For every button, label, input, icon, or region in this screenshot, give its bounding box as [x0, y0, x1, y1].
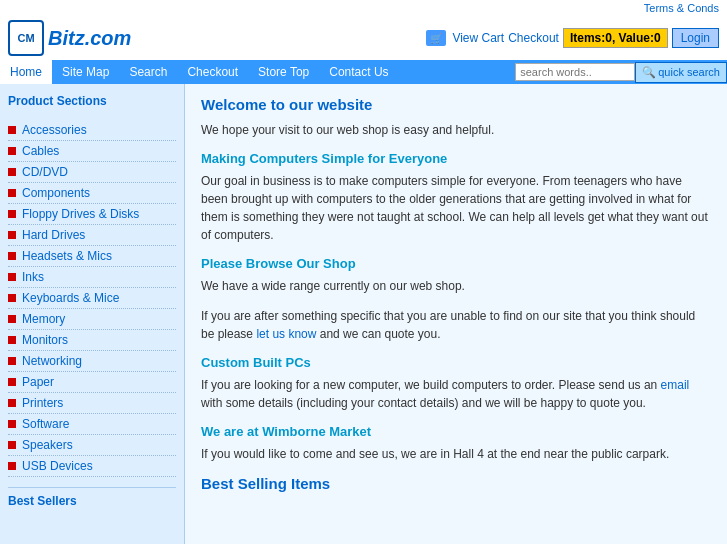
sidebar-item-headsets[interactable]: Headsets & Mics — [8, 246, 176, 267]
section2-text-after: and we can quote you. — [320, 327, 441, 341]
bullet-icon — [8, 315, 16, 323]
section1-text: Our goal in business is to make computer… — [201, 172, 711, 244]
sidebar-item-networking[interactable]: Networking — [8, 351, 176, 372]
quick-search-button[interactable]: 🔍 quick search — [635, 62, 727, 83]
bullet-icon — [8, 420, 16, 428]
sidebar-label: Floppy Drives & Disks — [22, 207, 139, 221]
header: CM Bitz.com 🛒 View Cart Checkout Items:0… — [0, 16, 727, 60]
terms-link[interactable]: Terms & Conds — [644, 2, 719, 14]
nav-search[interactable]: Search — [119, 60, 177, 84]
nav-bar: Home Site Map Search Checkout Store Top … — [0, 60, 727, 84]
checkout-link[interactable]: Checkout — [508, 31, 559, 45]
sidebar-label: Networking — [22, 354, 82, 368]
sidebar-label: Monitors — [22, 333, 68, 347]
main-container: Product Sections Accessories Cables CD/D… — [0, 84, 727, 544]
sidebar-label: Inks — [22, 270, 44, 284]
login-button[interactable]: Login — [672, 28, 719, 48]
sidebar-item-paper[interactable]: Paper — [8, 372, 176, 393]
sidebar-label: CD/DVD — [22, 165, 68, 179]
bullet-icon — [8, 252, 16, 260]
section1-title: Making Computers Simple for Everyone — [201, 151, 711, 166]
nav-checkout[interactable]: Checkout — [177, 60, 248, 84]
sidebar-item-components[interactable]: Components — [8, 183, 176, 204]
best-selling-title: Best Selling Items — [201, 475, 711, 492]
sidebar-item-printers[interactable]: Printers — [8, 393, 176, 414]
top-bar: Terms & Conds — [0, 0, 727, 16]
section4-title: We are at Wimborne Market — [201, 424, 711, 439]
bullet-icon — [8, 378, 16, 386]
sidebar-item-memory[interactable]: Memory — [8, 309, 176, 330]
bullet-icon — [8, 441, 16, 449]
sidebar-label: Software — [22, 417, 69, 431]
sidebar-bestsellers-title: Best Sellers — [8, 487, 176, 508]
sidebar-label: Components — [22, 186, 90, 200]
sidebar-label: Keyboards & Mice — [22, 291, 119, 305]
bullet-icon — [8, 399, 16, 407]
sidebar-item-software[interactable]: Software — [8, 414, 176, 435]
sidebar-items-list: Accessories Cables CD/DVD Components Flo… — [8, 120, 176, 477]
logo-area: CM Bitz.com — [8, 20, 131, 56]
bullet-icon — [8, 273, 16, 281]
nav-home[interactable]: Home — [0, 60, 52, 84]
sidebar-item-speakers[interactable]: Speakers — [8, 435, 176, 456]
welcome-title: Welcome to our website — [201, 96, 711, 113]
bullet-icon — [8, 189, 16, 197]
section3-title: Custom Built PCs — [201, 355, 711, 370]
sidebar-item-accessories[interactable]: Accessories — [8, 120, 176, 141]
section2-title: Please Browse Our Shop — [201, 256, 711, 271]
sidebar-label: Printers — [22, 396, 63, 410]
sidebar-item-harddrives[interactable]: Hard Drives — [8, 225, 176, 246]
sidebar-section-title: Product Sections — [8, 94, 176, 112]
search-input[interactable] — [515, 63, 635, 81]
section3-text-after: with some details (including your contac… — [201, 396, 646, 410]
sidebar-item-cables[interactable]: Cables — [8, 141, 176, 162]
section2-text2: If you are after something specific that… — [201, 307, 711, 343]
sidebar-label: Headsets & Mics — [22, 249, 112, 263]
logo-box: CM — [8, 20, 44, 56]
bullet-icon — [8, 147, 16, 155]
bullet-icon — [8, 126, 16, 134]
bullet-icon — [8, 231, 16, 239]
sidebar-label: Memory — [22, 312, 65, 326]
content-area: Welcome to our website We hope your visi… — [185, 84, 727, 544]
bullet-icon — [8, 168, 16, 176]
bullet-icon — [8, 462, 16, 470]
email-link[interactable]: email — [661, 378, 690, 392]
welcome-text: We hope your visit to our web shop is ea… — [201, 121, 711, 139]
logo-text: Bitz.com — [48, 27, 131, 50]
sidebar-item-inks[interactable]: Inks — [8, 267, 176, 288]
logo-letters: CM — [17, 32, 34, 44]
sidebar-label: USB Devices — [22, 459, 93, 473]
nav-sitemap[interactable]: Site Map — [52, 60, 119, 84]
sidebar-item-monitors[interactable]: Monitors — [8, 330, 176, 351]
bullet-icon — [8, 294, 16, 302]
items-badge: Items:0, Value:0 — [563, 28, 668, 48]
section2-text1: We have a wide range currently on our we… — [201, 277, 711, 295]
sidebar-label: Accessories — [22, 123, 87, 137]
sidebar-label: Hard Drives — [22, 228, 85, 242]
section3-text: If you are looking for a new computer, w… — [201, 376, 711, 412]
sidebar-item-cddvd[interactable]: CD/DVD — [8, 162, 176, 183]
let-us-know-link[interactable]: let us know — [256, 327, 316, 341]
sidebar-label: Speakers — [22, 438, 73, 452]
nav-contact[interactable]: Contact Us — [319, 60, 398, 84]
section3-text-before: If you are looking for a new computer, w… — [201, 378, 657, 392]
sidebar-item-usb[interactable]: USB Devices — [8, 456, 176, 477]
sidebar-label: Paper — [22, 375, 54, 389]
search-area: 🔍 quick search — [515, 62, 727, 83]
quick-search-label: quick search — [658, 66, 720, 78]
sidebar-label: Cables — [22, 144, 59, 158]
bullet-icon — [8, 357, 16, 365]
search-icon: 🔍 — [642, 66, 656, 79]
view-cart-link[interactable]: View Cart — [452, 31, 504, 45]
bullet-icon — [8, 336, 16, 344]
bullet-icon — [8, 210, 16, 218]
sidebar: Product Sections Accessories Cables CD/D… — [0, 84, 185, 544]
sidebar-item-floppy[interactable]: Floppy Drives & Disks — [8, 204, 176, 225]
section4-text: If you would like to come and see us, we… — [201, 445, 711, 463]
cart-icon: 🛒 — [426, 30, 446, 46]
sidebar-item-keyboards[interactable]: Keyboards & Mice — [8, 288, 176, 309]
nav-storetop[interactable]: Store Top — [248, 60, 319, 84]
header-right: 🛒 View Cart Checkout Items:0, Value:0 Lo… — [426, 28, 719, 48]
